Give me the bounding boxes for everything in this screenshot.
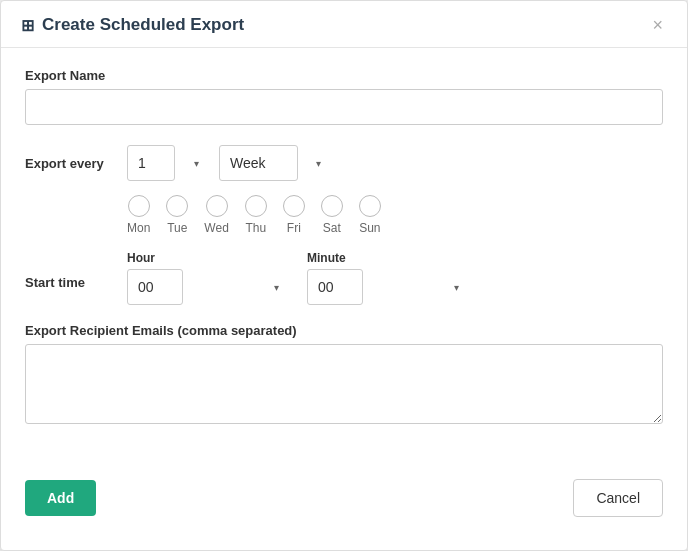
day-item-wed[interactable]: Wed [204, 195, 228, 235]
modal-footer: Add Cancel [1, 465, 687, 535]
hour-field-group: Hour 00 01 02 06 12 18 23 ▾ [127, 251, 287, 305]
hour-select[interactable]: 00 01 02 06 12 18 23 [127, 269, 183, 305]
day-radio-sat[interactable] [321, 195, 343, 217]
export-name-input[interactable] [25, 89, 663, 125]
period-chevron-icon: ▾ [316, 158, 321, 169]
hour-label: Hour [127, 251, 287, 265]
day-label-sun: Sun [359, 221, 380, 235]
modal-header: ⊞ Create Scheduled Export × [1, 1, 687, 48]
create-scheduled-export-modal: ⊞ Create Scheduled Export × Export Name … [0, 0, 688, 551]
export-name-label: Export Name [25, 68, 663, 83]
export-every-row: Export every 1 2 3 4 5 ▾ Day Week Month … [25, 145, 663, 181]
day-item-sun[interactable]: Sun [359, 195, 381, 235]
interval-chevron-icon: ▾ [194, 158, 199, 169]
day-item-fri[interactable]: Fri [283, 195, 305, 235]
export-name-group: Export Name [25, 68, 663, 125]
day-item-mon[interactable]: Mon [127, 195, 150, 235]
period-select[interactable]: Day Week Month [219, 145, 298, 181]
export-every-label: Export every [25, 156, 115, 171]
minute-chevron-icon: ▾ [454, 282, 459, 293]
day-item-thu[interactable]: Thu [245, 195, 267, 235]
add-button[interactable]: Add [25, 480, 96, 516]
modal-title: ⊞ Create Scheduled Export [21, 15, 244, 35]
email-label: Export Recipient Emails (comma separated… [25, 323, 663, 338]
cancel-button[interactable]: Cancel [573, 479, 663, 517]
day-radio-sun[interactable] [359, 195, 381, 217]
day-item-sat[interactable]: Sat [321, 195, 343, 235]
day-label-thu: Thu [245, 221, 266, 235]
days-row: Mon Tue Wed Thu Fri Sat [127, 195, 663, 235]
day-label-sat: Sat [323, 221, 341, 235]
day-radio-wed[interactable] [206, 195, 228, 217]
minute-field-group: Minute 00 05 10 15 30 45 ▾ [307, 251, 467, 305]
day-radio-thu[interactable] [245, 195, 267, 217]
start-time-section: Start time Hour 00 01 02 06 12 18 [25, 251, 663, 305]
minute-label: Minute [307, 251, 467, 265]
hour-select-wrap: 00 01 02 06 12 18 23 ▾ [127, 269, 287, 305]
modal-title-text: Create Scheduled Export [42, 15, 244, 35]
day-label-tue: Tue [167, 221, 187, 235]
modal-body: Export Name Export every 1 2 3 4 5 ▾ Day… [1, 48, 687, 465]
hour-chevron-icon: ▾ [274, 282, 279, 293]
day-label-wed: Wed [204, 221, 228, 235]
day-radio-tue[interactable] [166, 195, 188, 217]
period-select-wrap: Day Week Month ▾ [219, 145, 329, 181]
interval-select-wrap: 1 2 3 4 5 ▾ [127, 145, 207, 181]
time-fields: Hour 00 01 02 06 12 18 23 ▾ [127, 251, 467, 305]
day-label-mon: Mon [127, 221, 150, 235]
day-label-fri: Fri [287, 221, 301, 235]
grid-icon: ⊞ [21, 16, 34, 35]
interval-select[interactable]: 1 2 3 4 5 [127, 145, 175, 181]
day-radio-fri[interactable] [283, 195, 305, 217]
day-item-tue[interactable]: Tue [166, 195, 188, 235]
minute-select[interactable]: 00 05 10 15 30 45 [307, 269, 363, 305]
email-group: Export Recipient Emails (comma separated… [25, 323, 663, 427]
start-time-row: Start time Hour 00 01 02 06 12 18 [25, 251, 663, 305]
minute-select-wrap: 00 05 10 15 30 45 ▾ [307, 269, 467, 305]
start-time-label: Start time [25, 275, 115, 290]
close-button[interactable]: × [648, 16, 667, 34]
email-textarea[interactable] [25, 344, 663, 424]
day-radio-mon[interactable] [128, 195, 150, 217]
